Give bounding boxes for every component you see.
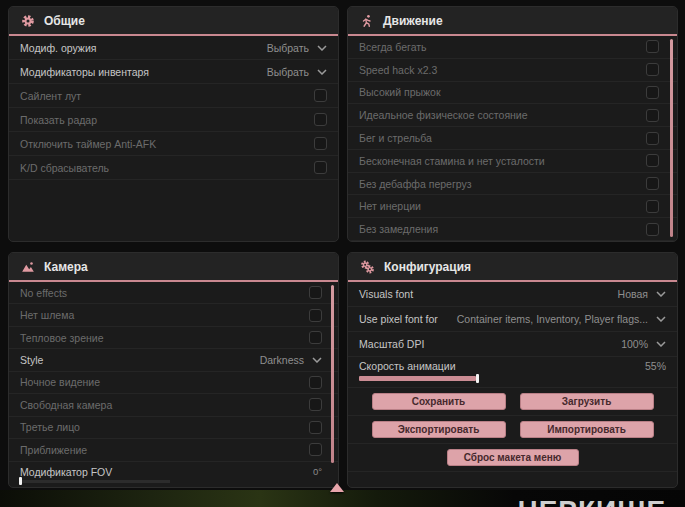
double-gear-icon [360,260,375,274]
setting-label: Модификаторы инвентаря [20,66,149,78]
setting-row: Третье лицо [9,417,338,439]
setting-row: Нет шлема [9,304,338,326]
run-and-shoot-checkbox[interactable] [646,132,659,145]
setting-label: Высокий прыжок [359,86,441,98]
setting-label: Масштаб DPI [359,338,424,350]
style-dropdown[interactable]: Darkness [260,354,322,366]
dropdown-value: Новая [618,288,648,300]
setting-row: Приближение [9,439,338,461]
setting-row: Тепловое зрение [9,327,338,349]
panel-camera: Камера No effects Нет шлема Тепловое зре… [8,252,339,488]
setting-row: Без замедления [348,218,677,241]
setting-row: K/D сбрасыватель [9,156,338,180]
setting-row: No effects [9,282,338,304]
dropdown-value: Container items, Inventory, Player flags… [457,313,648,325]
running-person-icon [360,14,374,28]
reset-menu-layout-button[interactable]: Сброс макета меню [447,449,579,466]
setting-label: Бесконечная стамина и нет усталости [359,155,545,167]
fov-value: 0° [313,466,322,477]
no-overload-debuff-checkbox[interactable] [646,177,659,190]
chevron-down-icon [656,341,666,347]
setting-label: Нет инерции [359,200,421,212]
setting-label: Speed hack x2.3 [359,64,437,76]
panel-title: Общие [44,14,85,28]
always-run-checkbox[interactable] [646,40,659,53]
fov-slider-track[interactable] [20,480,170,483]
save-button[interactable]: Сохранить [372,393,506,410]
load-button[interactable]: Загрузить [520,393,654,410]
setting-row: Visuals font Новая [348,282,677,307]
weapon-mod-dropdown[interactable]: Выбрать [267,42,327,54]
setting-row: Высокий прыжок [348,82,677,105]
animation-speed-slider[interactable] [359,376,666,381]
setting-label: Use pixel font for [359,313,438,325]
free-camera-checkbox[interactable] [309,398,322,411]
setting-label: Ночное видение [20,376,100,388]
setting-row: Всегда бегать [348,36,677,59]
inventory-mod-dropdown[interactable]: Выбрать [267,66,327,78]
movement-scrollbar[interactable] [670,39,673,237]
setting-row: Use pixel font for Container items, Inve… [348,307,677,332]
setting-label: K/D сбрасыватель [20,162,109,174]
setting-label: Третье лицо [20,421,80,433]
dpi-scale-dropdown[interactable]: 100% [621,338,666,350]
setting-label: Скорость анимации [359,360,456,372]
setting-row: Масштаб DPI 100% [348,332,677,357]
thermal-vision-checkbox[interactable] [309,331,322,344]
no-slowdown-checkbox[interactable] [646,223,659,236]
setting-row: Style Darkness [9,349,338,371]
panel-general-body: Модиф. оружия Выбрать Модификаторы инвен… [9,36,338,241]
setting-row: Без дебаффа перегруз [348,173,677,196]
night-vision-checkbox[interactable] [309,376,322,389]
visuals-font-dropdown[interactable]: Новая [618,288,666,300]
animation-speed-row: Скорость анимации 55% [348,357,677,388]
no-effects-checkbox[interactable] [309,286,322,299]
no-helmet-checkbox[interactable] [309,309,322,322]
kd-reset-checkbox[interactable] [314,161,327,174]
slider-handle[interactable] [476,374,479,383]
chevron-down-icon [656,316,666,322]
panel-config: Конфигурация Visuals font Новая Use pixe… [347,252,678,488]
config-button-row: Сохранить Загрузить [348,388,677,416]
config-button-row: Сброс макета меню [348,444,677,472]
setting-label: Всегда бегать [359,41,427,53]
silent-loot-checkbox[interactable] [314,89,327,102]
config-button-row: Экспортировать Импортировать [348,416,677,444]
panel-movement-header: Движение [348,7,677,36]
panel-title: Камера [44,260,88,274]
perfect-condition-checkbox[interactable] [646,109,659,122]
setting-label: Style [20,354,43,366]
third-person-checkbox[interactable] [309,421,322,434]
camera-scrollbar[interactable] [331,285,334,463]
setting-row: Ночное видение [9,372,338,394]
show-radar-checkbox[interactable] [314,113,327,126]
gear-icon [21,14,35,28]
setting-label: Сайлент лут [20,90,81,102]
high-jump-checkbox[interactable] [646,86,659,99]
setting-row: Бег и стрельба [348,127,677,150]
zoom-checkbox[interactable] [309,443,322,456]
chevron-down-icon [656,291,666,297]
panel-title: Конфигурация [384,260,471,274]
import-button[interactable]: Импортировать [520,421,654,438]
setting-label: Без замедления [359,223,438,235]
panel-config-header: Конфигурация [348,253,677,282]
watermark-text: ЧЕРКИШЕ [518,495,666,507]
dropdown-value: Darkness [260,354,304,366]
setting-label: Модификатор FOV [20,466,112,478]
infinite-stamina-checkbox[interactable] [646,154,659,167]
setting-label: Свободная камера [20,399,112,411]
anti-afk-checkbox[interactable] [314,137,327,150]
pixel-font-dropdown[interactable]: Container items, Inventory, Player flags… [457,313,666,325]
setting-label: Приближение [20,444,87,456]
setting-row: Свободная камера [9,394,338,416]
export-button[interactable]: Экспортировать [372,421,506,438]
setting-row: Модификаторы инвентаря Выбрать [9,60,338,84]
no-inertia-checkbox[interactable] [646,200,659,213]
fov-slider-handle[interactable] [19,477,22,485]
setting-label: Модиф. оружия [20,42,96,54]
setting-label: No effects [20,287,67,299]
setting-row: Сайлент лут [9,84,338,108]
speed-hack-checkbox[interactable] [646,63,659,76]
fov-modifier-row: Модификатор FOV 0° [9,462,338,487]
